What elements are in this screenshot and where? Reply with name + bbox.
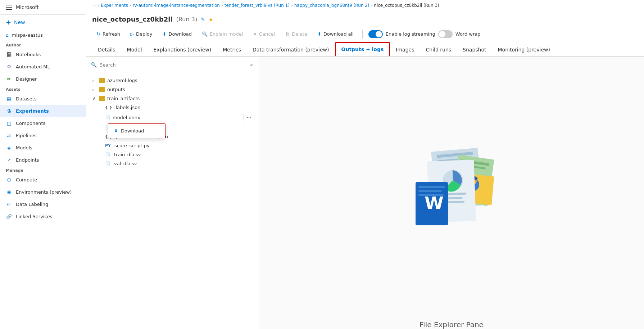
cancel-icon: ✕ xyxy=(253,31,257,37)
sidebar-item-environments[interactable]: ◉ Environments (preview) xyxy=(0,186,86,198)
refresh-button[interactable]: ↻ Refresh xyxy=(92,29,124,39)
tree-item-val-df[interactable]: 📄 val_df.csv xyxy=(86,159,259,168)
tree-item-label: outputs xyxy=(107,87,125,92)
breadcrumb-experiment-name[interactable]: rv-automl-image-instance-segmentation xyxy=(133,3,220,8)
download-all-label: Download all xyxy=(323,31,354,37)
explain-model-button[interactable]: 🔍 Explain model xyxy=(198,29,247,39)
tree-item-label: train_artifacts xyxy=(107,96,140,101)
sidebar-item-linked-services[interactable]: 🔗 Linked Services xyxy=(0,210,86,222)
breadcrumb-run2[interactable]: happy_chaconia_bgn68nt9 (Run 2) xyxy=(294,3,369,8)
tab-details[interactable]: Details xyxy=(92,43,121,57)
word-wrap-toggle[interactable] xyxy=(438,30,453,38)
file-explorer-illustration: W xyxy=(394,139,509,233)
sidebar-item-designer[interactable]: ✏ Designer xyxy=(0,73,86,85)
file-panel: 🔍 « › azureml-logs › outputs xyxy=(86,57,259,329)
models-icon: ◈ xyxy=(6,144,12,151)
tab-outputs-logs[interactable]: Outputs + logs xyxy=(335,42,390,57)
tree-item-label: azureml-logs xyxy=(107,78,137,83)
sidebar-header: Microsoft xyxy=(0,0,86,15)
log-streaming-toggle[interactable] xyxy=(368,30,383,38)
tab-data-transformation[interactable]: Data transformation (preview) xyxy=(247,43,335,57)
pipelines-icon: ⇄ xyxy=(6,132,12,139)
download-all-button[interactable]: ⬇ Download all xyxy=(313,29,358,39)
refresh-label: Refresh xyxy=(103,31,120,37)
tab-metrics[interactable]: Metrics xyxy=(217,43,247,57)
new-button[interactable]: + New xyxy=(0,15,86,30)
sidebar-brand: Microsoft xyxy=(16,4,39,10)
sidebar-item-endpoints[interactable]: ↗ Endpoints xyxy=(0,154,86,166)
sidebar-item-models[interactable]: ◈ Models xyxy=(0,141,86,154)
csv-file-icon: 📄 xyxy=(105,161,110,166)
tree-item-train-df[interactable]: 📄 train_df.csv xyxy=(86,150,259,159)
deploy-icon: ▷ xyxy=(130,31,134,37)
chevron-right-icon: › xyxy=(92,78,97,83)
collapse-panel-button[interactable]: « xyxy=(248,60,254,69)
tree-item-score-script[interactable]: PY score_script.py xyxy=(86,141,259,150)
search-icon: 🔍 xyxy=(91,62,97,68)
breadcrumb-current: nice_octopus_cz0kb2ll (Run 3) xyxy=(374,3,439,8)
edit-icon[interactable]: ✎ xyxy=(201,17,205,22)
download-icon: ⬇ xyxy=(114,128,118,134)
cancel-label: Cancel xyxy=(259,31,275,37)
environments-icon: ◉ xyxy=(6,189,12,195)
star-icon[interactable]: ★ xyxy=(209,17,213,22)
sidebar-item-components[interactable]: ◫ Components xyxy=(0,117,86,129)
delete-icon: 🗑 xyxy=(285,31,290,37)
hamburger-icon[interactable] xyxy=(6,5,12,10)
svg-rect-20 xyxy=(418,190,442,192)
sidebar-item-compute[interactable]: ⬡ Compute xyxy=(0,173,86,186)
sidebar-item-label: Endpoints xyxy=(16,157,39,163)
context-menu-download-label: Download xyxy=(121,128,144,134)
sidebar-item-notebooks[interactable]: 📓 Notebooks xyxy=(0,48,86,60)
refresh-icon: ↻ xyxy=(96,31,100,37)
tree-item-model-onnx[interactable]: 📄 model.onnx ··· xyxy=(86,112,259,123)
sidebar: Microsoft + New ⌂ mispa-eastus Author 📓 … xyxy=(0,0,86,329)
sidebar-item-label: Models xyxy=(16,145,32,150)
tab-images[interactable]: Images xyxy=(390,43,420,57)
sidebar-item-label: Compute xyxy=(16,177,37,182)
tab-monitoring[interactable]: Monitoring (preview) xyxy=(492,43,556,57)
sidebar-item-automated-ml[interactable]: ⚙ Automated ML xyxy=(0,60,86,73)
sidebar-item-data-labeling[interactable]: 🏷 Data Labeling xyxy=(0,198,86,210)
tab-explanations[interactable]: Explanations (preview) xyxy=(148,43,217,57)
tree-item-labels-json[interactable]: { } labels.json xyxy=(86,103,259,112)
file-search-input[interactable] xyxy=(100,62,245,68)
tab-model[interactable]: Model xyxy=(121,43,148,57)
csv-file-icon: 📄 xyxy=(105,152,110,157)
title-bar: nice_octopus_cz0kb2ll (Run 3) ✎ ★ xyxy=(86,11,644,26)
explain-icon: 🔍 xyxy=(202,31,208,37)
download-button[interactable]: ⬇ Download xyxy=(158,29,196,39)
tree-item-outputs[interactable]: › outputs xyxy=(86,85,259,94)
model-onnx-more-button[interactable]: ··· xyxy=(244,114,254,121)
sidebar-item-experiments[interactable]: ⚗ Experiments xyxy=(0,105,86,117)
svg-rect-21 xyxy=(418,194,444,196)
tab-child-runs[interactable]: Child runs xyxy=(420,43,457,57)
deploy-button[interactable]: ▷ Deploy xyxy=(126,29,157,39)
manage-section-label: Manage xyxy=(0,166,86,173)
workspace-selector[interactable]: ⌂ mispa-eastus xyxy=(0,30,86,41)
delete-button[interactable]: 🗑 Delete xyxy=(281,29,312,39)
notebook-icon: 📓 xyxy=(6,51,12,58)
cancel-button[interactable]: ✕ Cancel xyxy=(249,29,279,39)
tree-item-label: labels.json xyxy=(116,105,141,110)
tree-item-train-artifacts[interactable]: ∨ train_artifacts xyxy=(86,94,259,103)
svg-text:W: W xyxy=(425,193,444,213)
sidebar-item-pipelines[interactable]: ⇄ Pipelines xyxy=(0,129,86,141)
tab-snapshot[interactable]: Snapshot xyxy=(457,43,492,57)
svg-rect-19 xyxy=(418,186,445,188)
tab-bar: Details Model Explanations (preview) Met… xyxy=(86,42,644,57)
breadcrumb-run1[interactable]: tender_forest_vrbl9lvs (Run 1) xyxy=(225,3,290,8)
folder-icon xyxy=(99,78,105,83)
context-menu-download[interactable]: ⬇ Download xyxy=(108,125,165,136)
sidebar-item-datasets[interactable]: ▦ Datasets xyxy=(0,93,86,105)
folder-open-icon xyxy=(99,96,105,101)
tree-item-label: train_df.csv xyxy=(114,152,141,157)
log-streaming-toggle-group: Enable log streaming xyxy=(368,30,435,38)
word-wrap-knob xyxy=(439,31,445,37)
tree-item-azureml-logs[interactable]: › azureml-logs xyxy=(86,76,259,85)
breadcrumb-dots[interactable]: ··· xyxy=(92,3,96,8)
breadcrumb-experiments[interactable]: Experiments xyxy=(101,3,128,8)
download-label: Download xyxy=(168,31,192,37)
designer-icon: ✏ xyxy=(6,76,12,82)
content-area: 🔍 « › azureml-logs › outputs xyxy=(86,57,644,329)
